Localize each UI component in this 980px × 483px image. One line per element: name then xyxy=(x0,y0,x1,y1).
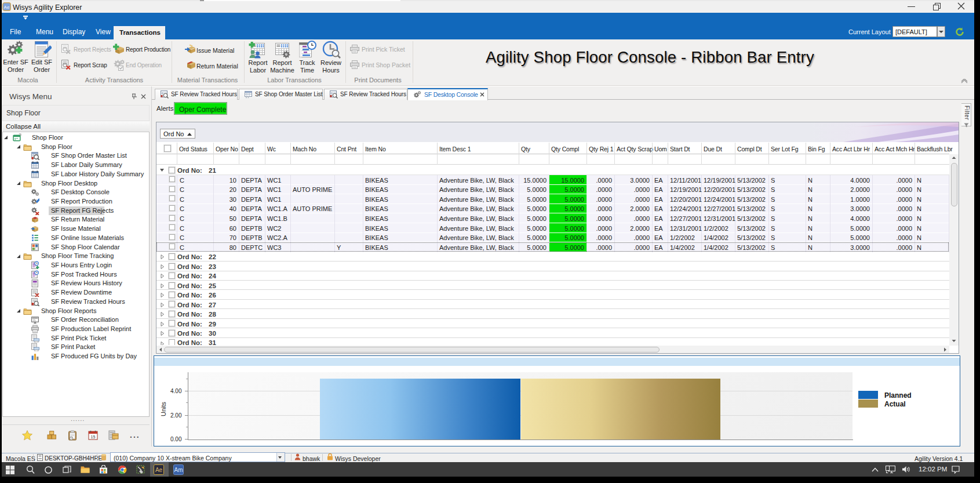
svg-text:15: 15 xyxy=(91,435,96,439)
svg-text:Ae: Ae xyxy=(155,467,163,473)
svg-text:Am: Am xyxy=(174,467,183,473)
svg-text:Ae: Ae xyxy=(4,5,10,10)
